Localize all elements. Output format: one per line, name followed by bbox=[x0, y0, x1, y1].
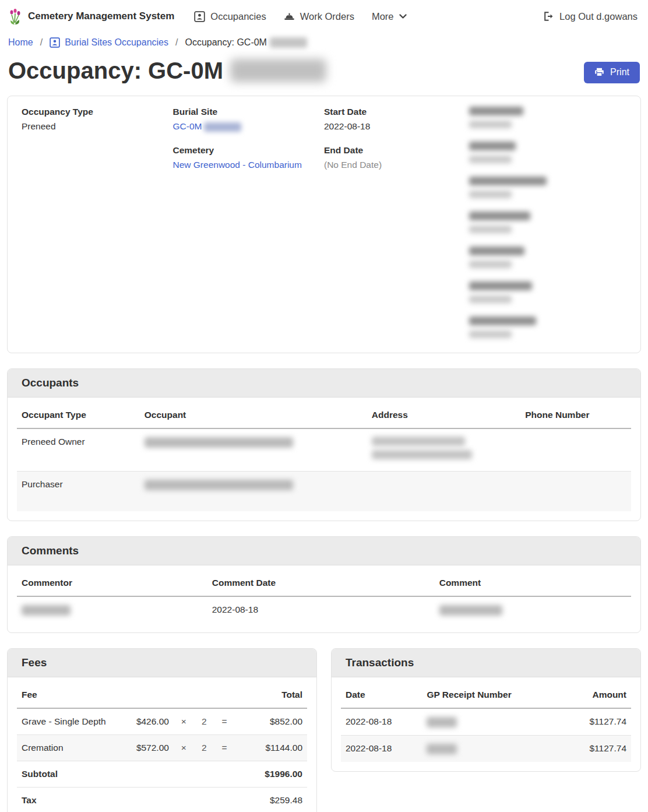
comments-col-commentor: Commentor bbox=[17, 570, 207, 596]
breadcrumb-burial-sites-occupancies[interactable]: Burial Sites Occupancies bbox=[50, 37, 168, 48]
fees-col-total: Total bbox=[234, 682, 307, 708]
fees-table: Fee Total Grave - Single Depth $426.00 ×… bbox=[17, 682, 307, 812]
transactions-card: Transactions Date GP Receipt Number Amou… bbox=[331, 648, 641, 772]
table-row: Preneed Owner bbox=[17, 428, 631, 472]
transaction-date-cell: 2022-08-18 bbox=[341, 735, 422, 761]
breadcrumb-separator: / bbox=[40, 37, 43, 48]
nav-occupancies[interactable]: Occupancies bbox=[194, 11, 266, 22]
comments-col-comment: Comment bbox=[435, 570, 631, 596]
table-row: 2022-08-18 $1127.74 bbox=[341, 735, 631, 761]
nav-work-orders[interactable]: Work Orders bbox=[284, 11, 354, 22]
occupant-address-cell bbox=[367, 472, 521, 511]
occupancy-frame-icon bbox=[194, 11, 205, 22]
subtotal-label: Subtotal bbox=[17, 761, 234, 787]
chevron-down-icon bbox=[399, 14, 407, 19]
breadcrumb-separator: / bbox=[175, 37, 178, 48]
fee-name-cell: Grave - Single Depth bbox=[17, 708, 124, 735]
commentor-cell bbox=[17, 596, 207, 623]
occupancy-type-value: Preneed bbox=[22, 121, 173, 132]
end-date-value: (No End Date) bbox=[324, 160, 469, 170]
redacted-text bbox=[270, 37, 307, 48]
occupant-name-cell bbox=[140, 428, 367, 472]
transactions-col-receipt: GP Receipt Number bbox=[422, 682, 552, 708]
redacted-field bbox=[469, 212, 632, 233]
redacted-field bbox=[469, 247, 632, 268]
fees-card: Fees Fee Total Grave - Single Depth $426… bbox=[7, 648, 317, 812]
fee-times-cell: × bbox=[174, 708, 194, 735]
transaction-date-cell: 2022-08-18 bbox=[341, 708, 422, 735]
breadcrumb-home[interactable]: Home bbox=[8, 37, 33, 48]
burial-site-label: Burial Site bbox=[173, 107, 325, 117]
end-date-field: End Date (No End Date) bbox=[324, 145, 469, 170]
page-head: Occupancy: GC-0M Print bbox=[0, 55, 648, 96]
table-row: Purchaser bbox=[17, 472, 631, 511]
logout-button[interactable]: Log Out d.gowans bbox=[543, 11, 638, 22]
occupants-col-occupant: Occupant bbox=[140, 402, 367, 428]
redacted-field bbox=[469, 107, 632, 128]
burial-site-link[interactable]: GC-0M bbox=[173, 121, 202, 131]
brand[interactable]: Cemetery Management System bbox=[8, 8, 174, 25]
comments-col-date: Comment Date bbox=[207, 570, 435, 596]
bottom-section: Fees Fee Total Grave - Single Depth $426… bbox=[7, 648, 641, 812]
occupant-name-cell bbox=[140, 472, 367, 511]
table-row: 2022-08-18 bbox=[17, 596, 631, 623]
transactions-table: Date GP Receipt Number Amount 2022-08-18… bbox=[341, 682, 631, 762]
table-row: Cremation $572.00 × 2 = $1144.00 bbox=[17, 734, 307, 761]
comments-table: Commentor Comment Date Comment 2022-08-1… bbox=[17, 570, 631, 623]
start-date-field: Start Date 2022-08-18 bbox=[324, 107, 469, 132]
end-date-label: End Date bbox=[324, 145, 469, 156]
comment-date-cell: 2022-08-18 bbox=[207, 596, 435, 623]
tax-row: Tax $259.48 bbox=[17, 787, 307, 812]
occupancy-type-label: Occupancy Type bbox=[22, 107, 173, 117]
fee-price-cell: $572.00 bbox=[124, 734, 174, 761]
redacted-text bbox=[204, 122, 241, 132]
occupants-table: Occupant Type Occupant Address Phone Num… bbox=[17, 402, 631, 511]
fee-total-cell: $852.00 bbox=[234, 708, 307, 735]
fee-equals-cell: = bbox=[214, 734, 235, 761]
fee-name-cell: Cremation bbox=[17, 734, 124, 761]
redacted-field bbox=[469, 177, 632, 198]
fee-equals-cell: = bbox=[214, 708, 235, 735]
occupants-title: Occupants bbox=[8, 369, 640, 398]
occupant-type-cell: Purchaser bbox=[17, 472, 140, 511]
table-row: 2022-08-18 $1127.74 bbox=[341, 708, 631, 735]
nav-more[interactable]: More bbox=[372, 11, 407, 22]
hard-hat-icon bbox=[284, 12, 295, 22]
logout-icon bbox=[543, 11, 554, 22]
occupants-col-type: Occupant Type bbox=[17, 402, 140, 428]
occupancy-frame-icon bbox=[50, 37, 60, 48]
transaction-receipt-cell bbox=[422, 735, 552, 761]
occupancy-type-field: Occupancy Type Preneed bbox=[22, 107, 173, 132]
details-col-3: Start Date 2022-08-18 End Date (No End D… bbox=[324, 107, 469, 351]
transaction-amount-cell: $1127.74 bbox=[553, 708, 631, 735]
fee-price-cell: $426.00 bbox=[124, 708, 174, 735]
transactions-title: Transactions bbox=[332, 649, 640, 677]
nav-occupancies-label: Occupancies bbox=[210, 11, 266, 22]
details-col-1: Occupancy Type Preneed bbox=[22, 107, 173, 351]
redacted-field bbox=[469, 142, 632, 163]
transaction-receipt-cell bbox=[422, 708, 552, 735]
subtotal-value: $1996.00 bbox=[234, 761, 307, 787]
top-navbar: Cemetery Management System Occupancies bbox=[0, 0, 648, 33]
occupant-address-cell bbox=[367, 428, 521, 472]
comments-title: Comments bbox=[8, 537, 640, 565]
fees-col-fee: Fee bbox=[17, 682, 234, 708]
fee-qty-cell: 2 bbox=[194, 708, 214, 735]
cemetery-label: Cemetery bbox=[173, 145, 325, 156]
cemetery-link[interactable]: New Greenwood - Columbarium bbox=[173, 160, 302, 170]
breadcrumb: Home / Burial Sites Occupancies / Occupa… bbox=[0, 33, 648, 55]
print-button[interactable]: Print bbox=[584, 62, 640, 83]
occupant-type-cell: Preneed Owner bbox=[17, 428, 140, 472]
printer-icon bbox=[594, 68, 604, 77]
comments-card: Comments Commentor Comment Date Comment … bbox=[7, 536, 641, 633]
fee-qty-cell: 2 bbox=[194, 734, 214, 761]
tax-value: $259.48 bbox=[234, 787, 307, 812]
occupants-col-phone: Phone Number bbox=[520, 402, 631, 428]
transactions-col-amount: Amount bbox=[553, 682, 631, 708]
cemetery-field: Cemetery New Greenwood - Columbarium bbox=[173, 145, 325, 170]
occupant-phone-cell bbox=[520, 428, 631, 472]
redacted-field bbox=[469, 282, 632, 303]
burial-site-field: Burial Site GC-0M bbox=[173, 107, 325, 132]
nav-work-orders-label: Work Orders bbox=[300, 11, 354, 22]
details-col-2: Burial Site GC-0M Cemetery New Greenwood… bbox=[173, 107, 325, 351]
